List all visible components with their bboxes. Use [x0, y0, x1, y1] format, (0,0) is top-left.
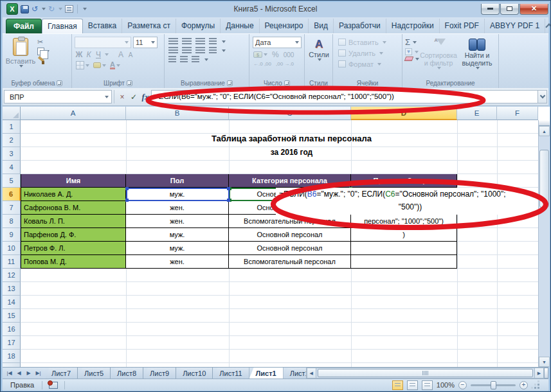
table-tool-icon[interactable]	[65, 5, 73, 13]
align-middle-icon[interactable]	[182, 38, 192, 45]
ribbon-tab[interactable]: Данные	[221, 19, 259, 33]
italic-icon[interactable]: К	[84, 50, 93, 59]
redo-icon[interactable]: ↻	[48, 4, 55, 14]
sheet-tab[interactable]: Лист1	[284, 368, 307, 379]
number-dialog-launcher-icon[interactable]	[284, 80, 290, 86]
cell-gender[interactable]: жен.	[126, 255, 229, 269]
sheet-tab[interactable]: Лист7	[45, 368, 78, 379]
ribbon-tab[interactable]: Рецензиро	[260, 19, 309, 33]
name-box[interactable]: ВПР	[4, 90, 112, 103]
cell-gender[interactable]: жен.	[126, 215, 229, 228]
page-break-view-icon[interactable]	[422, 380, 433, 390]
hscroll-left-icon[interactable]: ◀	[307, 368, 316, 379]
orientation-icon[interactable]	[209, 38, 217, 45]
horizontal-scroll-thumb[interactable]	[318, 369, 533, 377]
cell-category[interactable]: Основной персонал	[229, 242, 351, 255]
ribbon-tab[interactable]: Вставка	[83, 19, 123, 33]
page-layout-view-icon[interactable]	[407, 380, 418, 390]
restore-button[interactable]	[500, 4, 519, 15]
sheet-tab[interactable]: Лист10	[176, 368, 213, 379]
first-sheet-icon[interactable]: |◀	[5, 370, 14, 376]
cell-premium[interactable]: )	[351, 228, 457, 242]
underline-icon[interactable]: Ч	[94, 50, 103, 59]
excel-logo-icon[interactable]: X	[6, 3, 18, 15]
cut-icon[interactable]: ✂	[37, 38, 50, 46]
hscroll-right-icon[interactable]: ▶	[534, 368, 544, 379]
row-header[interactable]: 13	[3, 282, 21, 296]
cell-gender[interactable]: муж.	[126, 242, 229, 255]
bold-icon[interactable]: Ж	[75, 50, 84, 59]
align-center-icon[interactable]	[182, 47, 192, 54]
file-tab[interactable]: Файл	[6, 19, 42, 33]
cell-name[interactable]: Попова М. Д.	[21, 255, 126, 269]
number-format-combo[interactable]: Дата	[253, 37, 302, 48]
row-header[interactable]: 6	[3, 188, 21, 201]
cell-name[interactable]: Николаев А. Д.	[21, 188, 126, 201]
ribbon-tab[interactable]: Вид	[309, 19, 334, 33]
percent-style-icon[interactable]: %	[272, 50, 279, 59]
cell-gender[interactable]: жен.	[126, 201, 229, 215]
cell-name[interactable]: Коваль Л. П.	[21, 215, 126, 228]
clear-button[interactable]	[405, 57, 419, 61]
styles-button[interactable]: А Стили	[307, 37, 330, 61]
header-name[interactable]: Имя	[21, 174, 126, 188]
sheet-tab[interactable]: Лист8	[111, 368, 143, 379]
cell-name[interactable]: Парфенов Д. Ф.	[21, 228, 126, 242]
row-header[interactable]: 12	[3, 269, 21, 282]
scroll-up-icon[interactable]: ▲	[539, 126, 550, 136]
row-header[interactable]: 17	[3, 336, 21, 350]
row-header[interactable]: 16	[3, 323, 21, 336]
row-header[interactable]: 5	[3, 174, 21, 188]
expand-formula-bar-icon[interactable]	[537, 90, 547, 103]
row-header[interactable]: 15	[3, 309, 21, 323]
font-name-combo[interactable]	[75, 37, 131, 48]
cell-category[interactable]: Вспомогательный персонал	[229, 215, 351, 228]
minimize-button[interactable]	[481, 4, 500, 15]
insert-cells-button[interactable]: Вставить	[338, 37, 400, 48]
sort-filter-button[interactable]: А Я Сортировка и фильтр	[419, 37, 458, 78]
row-header[interactable]: 9	[3, 228, 21, 242]
fill-color-icon[interactable]	[93, 62, 101, 68]
collapse-ribbon-icon[interactable]	[545, 24, 551, 29]
wrap-text-icon[interactable]	[192, 56, 199, 63]
column-header[interactable]: D	[351, 107, 457, 120]
comma-style-icon[interactable]: 000	[284, 51, 294, 58]
normal-view-icon[interactable]	[392, 380, 403, 390]
row-header[interactable]: 8	[3, 215, 21, 228]
column-header[interactable]: B	[126, 107, 229, 120]
zoom-level[interactable]: 100%	[437, 381, 455, 389]
close-button[interactable]: ✕	[519, 4, 548, 15]
row-header[interactable]: 18	[3, 350, 21, 363]
clipboard-dialog-launcher-icon[interactable]	[57, 80, 62, 86]
tab-split-handle[interactable]	[544, 368, 548, 379]
font-dialog-launcher-icon[interactable]	[127, 80, 132, 86]
name-box-dropdown-icon[interactable]	[105, 96, 109, 98]
copy-icon[interactable]	[37, 48, 44, 55]
save-icon[interactable]	[21, 5, 29, 13]
font-color-icon[interactable]: А	[110, 61, 115, 69]
shrink-font-icon[interactable]: А	[126, 51, 135, 58]
redo-dropdown-icon[interactable]	[59, 8, 62, 10]
column-header[interactable]: E	[457, 107, 497, 120]
header-gender[interactable]: Пол	[126, 174, 229, 188]
row-header[interactable]: 10	[3, 242, 21, 255]
select-all-corner[interactable]	[3, 107, 21, 120]
align-left-icon[interactable]	[168, 47, 178, 54]
ribbon-tab[interactable]: Foxit PDF	[440, 19, 485, 33]
last-sheet-icon[interactable]: ▶|	[34, 370, 42, 376]
accounting-format-icon[interactable]: $	[253, 51, 262, 58]
header-premium[interactable]: Премия к 8 марта	[351, 174, 457, 188]
increase-decimal-icon[interactable]: ←.0 ,00	[253, 61, 271, 67]
row-header[interactable]: 7	[3, 201, 21, 215]
fill-button[interactable]: ▼	[405, 48, 419, 55]
column-header[interactable]: A	[21, 107, 126, 120]
grow-font-icon[interactable]: А	[116, 50, 125, 59]
row-header[interactable]: 14	[3, 296, 21, 309]
alignment-dialog-launcher-icon[interactable]	[227, 80, 233, 86]
sheet-tab[interactable]: Лист9	[143, 368, 176, 379]
increase-indent-icon[interactable]	[180, 56, 188, 63]
cancel-icon[interactable]: ×	[116, 93, 128, 102]
ribbon-tab[interactable]: Формулы	[176, 19, 221, 33]
ribbon-tab[interactable]: ABBYY PDF 1	[485, 19, 545, 33]
align-right-icon[interactable]	[195, 47, 205, 54]
